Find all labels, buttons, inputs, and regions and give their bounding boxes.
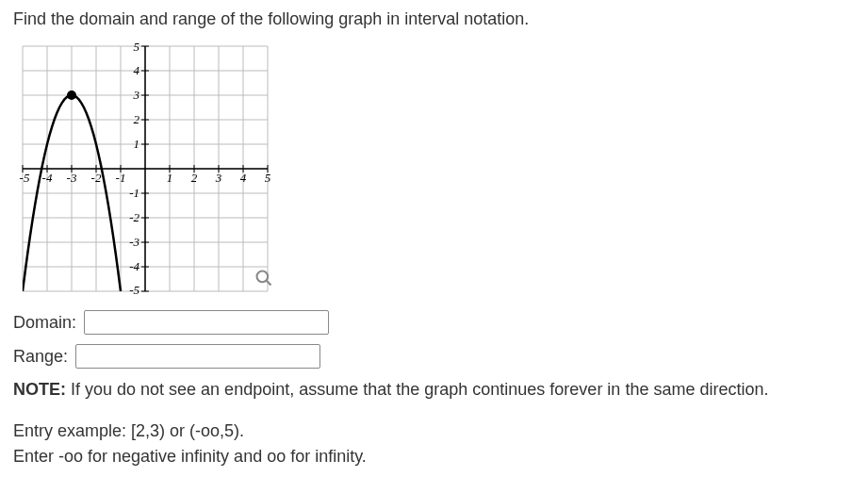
example-line-2: Enter -oo for negative infinity and oo f… xyxy=(13,444,855,469)
range-input[interactable] xyxy=(75,344,320,369)
graph-container: -5 -4 -3 -2 -1 1 2 3 4 5 5 4 3 2 1 -1 -2… xyxy=(13,37,277,301)
domain-label: Domain: xyxy=(13,313,76,333)
zoom-icon[interactable] xyxy=(254,269,273,288)
range-row: Range: xyxy=(13,344,855,369)
svg-text:-1: -1 xyxy=(129,186,139,200)
range-label: Range: xyxy=(13,347,68,367)
svg-text:5: 5 xyxy=(134,40,140,54)
note-body: If you do not see an endpoint, assume th… xyxy=(66,380,768,399)
svg-text:-4: -4 xyxy=(129,259,139,273)
svg-text:3: 3 xyxy=(133,88,140,102)
svg-text:2: 2 xyxy=(134,112,140,126)
graph-plot: -5 -4 -3 -2 -1 1 2 3 4 5 5 4 3 2 1 -1 -2… xyxy=(13,37,277,301)
entry-example: Entry example: [2,3) or (-oo,5). Enter -… xyxy=(13,419,855,469)
svg-text:-5: -5 xyxy=(129,283,139,297)
svg-text:4: 4 xyxy=(134,63,140,77)
svg-text:1: 1 xyxy=(167,171,173,185)
domain-row: Domain: xyxy=(13,310,855,335)
note-label: NOTE: xyxy=(13,380,66,399)
svg-text:-1: -1 xyxy=(116,171,126,185)
svg-text:1: 1 xyxy=(134,137,140,151)
svg-text:-2: -2 xyxy=(91,171,102,185)
svg-text:-3: -3 xyxy=(67,171,77,185)
svg-text:5: 5 xyxy=(265,171,271,185)
vertex-point xyxy=(67,90,76,100)
svg-text:2: 2 xyxy=(191,171,198,185)
svg-text:-2: -2 xyxy=(129,210,139,224)
svg-text:-5: -5 xyxy=(20,171,30,185)
svg-line-64 xyxy=(267,281,271,286)
svg-point-63 xyxy=(257,271,269,283)
note-text: NOTE: If you do not see an endpoint, ass… xyxy=(13,378,855,402)
svg-text:3: 3 xyxy=(215,171,222,185)
svg-text:-4: -4 xyxy=(42,171,53,185)
svg-text:4: 4 xyxy=(240,171,247,185)
example-line-1: Entry example: [2,3) or (-oo,5). xyxy=(13,419,855,444)
domain-input[interactable] xyxy=(84,310,329,335)
question-text: Find the domain and range of the followi… xyxy=(13,9,855,29)
svg-text:-3: -3 xyxy=(129,235,139,249)
